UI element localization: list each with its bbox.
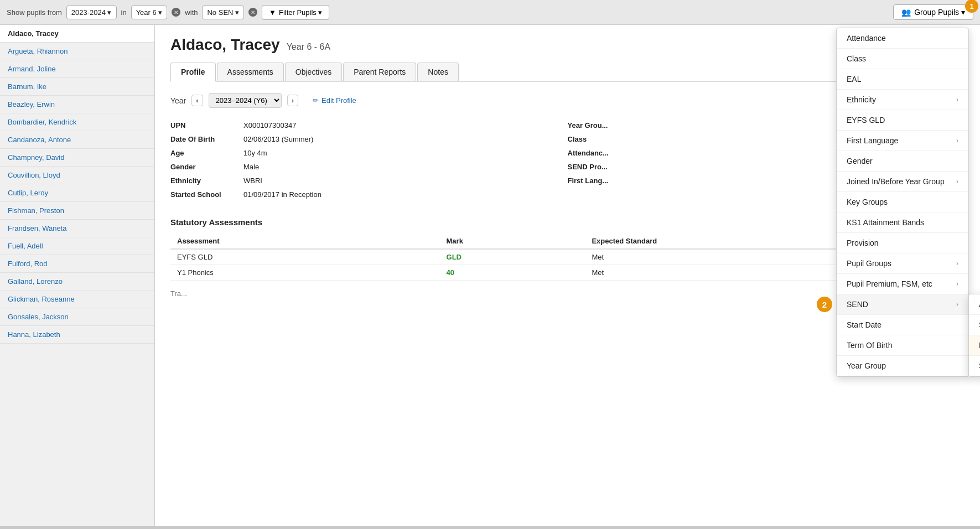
dropdown-item-firstlang[interactable]: First Language › bbox=[837, 131, 968, 151]
sub-item-broad-area[interactable]: Broad Area of Need 3 bbox=[969, 335, 980, 356]
send-right-label: SEND Pro... bbox=[568, 163, 634, 171]
assessment-mark: 40 bbox=[440, 265, 585, 281]
pupil-name: Aldaco, Tracey bbox=[170, 36, 280, 54]
dropdown-item-ks1[interactable]: KS1 Attainment Bands bbox=[837, 212, 968, 233]
chevron-right-icon: › bbox=[956, 178, 958, 185]
dropdown-item-joined[interactable]: Joined In/Before Year Group › bbox=[837, 172, 968, 192]
sidebar-item-glickman[interactable]: Glickman, Roseanne bbox=[0, 291, 154, 308]
toolbar: Show pupils from 2023-2024 ▾ in Year 6 ▾… bbox=[0, 0, 980, 25]
dropdown-item-startdate[interactable]: Start Date bbox=[837, 315, 968, 335]
age-value: 10y 4m bbox=[243, 149, 267, 157]
sidebar-item-couvillion[interactable]: Couvillion, Lloyd bbox=[0, 167, 154, 184]
ethnicity-label: Ethnicity bbox=[170, 177, 237, 185]
sen-select[interactable]: No SEN ▾ bbox=[202, 6, 244, 19]
in-label: in bbox=[121, 8, 127, 17]
sidebar-item-hanna[interactable]: Hanna, Lizabeth bbox=[0, 326, 154, 344]
year-group-right-label: Year Grou... bbox=[568, 121, 634, 129]
dropdown-item-ethnicity[interactable]: Ethnicity › bbox=[837, 90, 968, 110]
sidebar-item-fishman[interactable]: Fishman, Preston bbox=[0, 202, 154, 220]
ethnicity-value: WBRI bbox=[243, 177, 262, 185]
sidebar-item-aldaco-tracey[interactable]: Aldaco, Tracey bbox=[0, 25, 154, 43]
sidebar-item-gonsales[interactable]: Gonsales, Jackson bbox=[0, 308, 154, 326]
group-pupils-button[interactable]: 👥 Group Pupils ▾ 1 bbox=[893, 4, 973, 20]
chevron-right-icon: › bbox=[956, 137, 958, 144]
pupil-class: Year 6 - 6A bbox=[287, 42, 330, 52]
year-nav-label: Year bbox=[170, 96, 186, 105]
class-right-label: Class bbox=[568, 135, 634, 143]
chevron-right-icon: › bbox=[956, 280, 958, 288]
edit-profile-button[interactable]: ✏ Edit Profile bbox=[313, 96, 356, 105]
dropdown-item-eyfs[interactable]: EYFS GLD bbox=[837, 110, 968, 131]
dropdown-item-ppfsm[interactable]: Pupil Premium, FSM, etc › bbox=[837, 274, 968, 294]
sidebar-item-cutlip[interactable]: Cutlip, Leroy bbox=[0, 184, 154, 202]
group-pupils-dropdown: Attendance Class EAL Ethnicity › EYFS GL… bbox=[836, 28, 969, 377]
gender-value: Male bbox=[243, 163, 259, 171]
dropdown-item-pupilgroups[interactable]: Pupil Groups › bbox=[837, 253, 968, 274]
sub-item-send-provision[interactable]: SEND Provision bbox=[969, 315, 980, 335]
year-select[interactable]: 2023-2024 ▾ bbox=[66, 6, 117, 19]
dropdown-item-eal[interactable]: EAL bbox=[837, 69, 968, 90]
sen-clear[interactable]: ✕ bbox=[248, 8, 257, 17]
sub-item-any-send[interactable]: Any SEND vs None bbox=[969, 294, 980, 315]
filter-pupils-button[interactable]: ▼ Filter Pupils ▾ bbox=[262, 5, 329, 20]
profile-gender-row: Gender Male bbox=[170, 163, 568, 171]
sidebar-item-fulford[interactable]: Fulford, Rod bbox=[0, 255, 154, 273]
tab-parent-reports[interactable]: Parent Reports bbox=[343, 63, 416, 81]
year-dropdown[interactable]: 2023–2024 (Y6) bbox=[209, 93, 282, 108]
tab-objectives[interactable]: Objectives bbox=[285, 63, 342, 81]
dropdown-item-attendance[interactable]: Attendance bbox=[837, 28, 968, 49]
dob-label: Date Of Birth bbox=[170, 135, 237, 143]
pencil-icon: ✏ bbox=[313, 96, 319, 105]
sidebar-item-barnum[interactable]: Barnum, Ike bbox=[0, 78, 154, 96]
chevron-right-icon: › bbox=[956, 96, 958, 103]
col-mark: Mark bbox=[440, 234, 585, 249]
dropdown-item-keygroups[interactable]: Key Groups bbox=[837, 192, 968, 212]
send-sub-dropdown: Any SEND vs None SEND Provision Broad Ar… bbox=[968, 294, 980, 377]
sidebar-item-galland[interactable]: Galland, Lorenzo bbox=[0, 273, 154, 291]
year-group-clear[interactable]: ✕ bbox=[172, 8, 180, 17]
step-badge-2: 2 bbox=[817, 297, 832, 312]
sidebar-item-fuell[interactable]: Fuell, Adell bbox=[0, 237, 154, 255]
age-label: Age bbox=[170, 149, 237, 157]
profile-col-left: UPN X000107300347 Date Of Birth 02/06/20… bbox=[170, 121, 568, 204]
dob-value: 02/06/2013 (Summer) bbox=[243, 135, 313, 143]
profile-dob-row: Date Of Birth 02/06/2013 (Summer) bbox=[170, 135, 568, 143]
pupil-sidebar: Aldaco, Tracey Argueta, Rhiannon Armand,… bbox=[0, 25, 155, 526]
started-school-label: Started School bbox=[170, 190, 237, 199]
sidebar-item-argueta[interactable]: Argueta, Rhiannon bbox=[0, 43, 154, 60]
dropdown-item-termofbirth[interactable]: Term Of Birth bbox=[837, 335, 968, 356]
started-school-value: 01/09/2017 in Reception bbox=[243, 190, 322, 199]
year-group-select[interactable]: Year 6 ▾ bbox=[131, 6, 168, 19]
upn-label: UPN bbox=[170, 121, 237, 129]
profile-ethnicity-row: Ethnicity WBRI bbox=[170, 177, 568, 185]
group-icon: 👥 bbox=[901, 8, 911, 17]
year-prev-button[interactable]: ‹ bbox=[191, 95, 203, 106]
tab-assessments[interactable]: Assessments bbox=[217, 63, 284, 81]
sidebar-item-champney[interactable]: Champney, David bbox=[0, 149, 154, 167]
group-pupils-badge: 1 bbox=[965, 0, 978, 13]
dropdown-item-provision[interactable]: Provision bbox=[837, 233, 968, 253]
year-next-button[interactable]: › bbox=[287, 95, 298, 106]
chevron-right-icon: › bbox=[956, 300, 958, 308]
sidebar-item-bombardier[interactable]: Bombardier, Kendrick bbox=[0, 113, 154, 131]
dropdown-item-class[interactable]: Class bbox=[837, 49, 968, 69]
dropdown-item-send[interactable]: SEND › Any SEND vs None SEND Provision B… bbox=[837, 294, 968, 315]
show-pupils-label: Show pupils from bbox=[7, 8, 62, 17]
sidebar-item-frandsen[interactable]: Frandsen, Waneta bbox=[0, 220, 154, 237]
assessment-name: Y1 Phonics bbox=[170, 265, 440, 281]
attendance-right-label: Attendanc... bbox=[568, 149, 634, 157]
col-assessment: Assessment bbox=[170, 234, 440, 249]
dropdown-item-gender[interactable]: Gender bbox=[837, 151, 968, 172]
sidebar-item-candanoza[interactable]: Candanoza, Antone bbox=[0, 131, 154, 149]
sub-item-specific-need[interactable]: Specific Need bbox=[969, 356, 980, 376]
tab-profile[interactable]: Profile bbox=[170, 63, 216, 82]
filter-icon: ▼ bbox=[269, 8, 276, 17]
profile-age-row: Age 10y 4m bbox=[170, 149, 568, 157]
sidebar-item-armand[interactable]: Armand, Joline bbox=[0, 60, 154, 78]
chevron-right-icon: › bbox=[956, 260, 958, 267]
dropdown-item-yeargroup[interactable]: Year Group bbox=[837, 356, 968, 376]
sidebar-item-beazley[interactable]: Beazley, Erwin bbox=[0, 96, 154, 113]
profile-upn-row: UPN X000107300347 bbox=[170, 121, 568, 129]
tab-notes[interactable]: Notes bbox=[417, 63, 459, 81]
upn-value: X000107300347 bbox=[243, 121, 296, 129]
